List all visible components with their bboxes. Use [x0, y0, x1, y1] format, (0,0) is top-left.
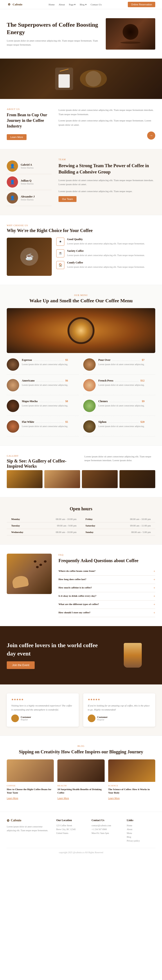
member-name-3: Alexander J: [21, 195, 35, 198]
testimonial-card-1: ★★★★★ Visiting here is a highly recommen…: [7, 694, 79, 727]
testimonials-section: ★★★★★ Visiting here is a highly recommen…: [0, 684, 162, 736]
pour-over-thumb: [83, 358, 96, 371]
footer-link-5[interactable]: Privacy policy: [127, 840, 155, 842]
faq-toggle-5[interactable]: +: [154, 603, 155, 606]
nav-home[interactable]: Home: [49, 3, 55, 6]
footer-col-heading-location: Our Location: [56, 819, 85, 822]
why-image: ☕: [7, 238, 52, 276]
testimonial-text-2: If you're looking for an amazing cup of …: [88, 703, 151, 712]
reservation-button[interactable]: Online Reservation: [128, 2, 155, 7]
gallery-heading: Sip & See: A Gallery of Coffee-Inspired …: [7, 458, 78, 469]
team-member-1: 👤 Gabriel A Senior Barista: [7, 158, 52, 174]
faq-item-6: How should I store my coffee? +: [58, 609, 155, 617]
blog-image-3: [108, 759, 155, 782]
footer-link-3[interactable]: Menu: [127, 832, 155, 834]
feature-title-1: Good Quality: [67, 238, 145, 241]
cta-text: Join coffee lovers in the world coffee d…: [7, 641, 104, 669]
espresso-thumb: [7, 358, 19, 371]
gallery-label: Gallery: [7, 455, 78, 457]
member-role-2: Senior Barista: [21, 183, 34, 185]
hours-section: Open hours Monday 08:00 am - 10:00 pm Fr…: [0, 497, 162, 544]
flat-white-info: Flat White $5 Lorem ipsum dolor sit amet…: [22, 420, 68, 428]
faq-heading: Frequently Asked Questions about Coffee: [58, 557, 155, 564]
hours-time-friday: 08:00 am - 10:00 pm: [130, 518, 151, 520]
why-section: Why Choose Us Why We're the Right Choice…: [0, 215, 162, 285]
footer-link-4[interactable]: Blog: [127, 836, 155, 838]
nav-page[interactable]: Page ▾: [69, 3, 75, 6]
menu-section: Our Menu Wake Up and Smell the Coffee Ou…: [0, 285, 162, 445]
americano-thumb: [7, 379, 19, 391]
footer-logo: ✿ Cafenio: [7, 819, 50, 822]
siphon-name: Siphon: [98, 420, 106, 424]
why-features: ★ Good Quality Lorem ipsum dolor sit ame…: [56, 238, 155, 276]
hours-time-wednesday: 08:00 am - 10:00 pm: [56, 531, 77, 533]
about-heading: From Bean to Cup Our Journey in the Coff…: [7, 112, 52, 129]
faq-toggle-3[interactable]: +: [154, 586, 155, 590]
hero-section: The Superpowers of Coffee Boosting Energ…: [0, 9, 162, 59]
chemex-dots: [109, 400, 140, 402]
blog-learn-more-1[interactable]: Learn More: [7, 797, 18, 800]
blog-learn-more-2[interactable]: Learn More: [58, 797, 69, 800]
member-role: Senior Barista: [21, 167, 34, 169]
espresso-dots: [34, 359, 63, 361]
blog-card-1: Coffee How to Choose the Right Coffee Be…: [7, 759, 54, 803]
footer-col-links: Links Home About Menu Blog Privacy polic…: [127, 819, 155, 843]
faq-question-4: Is it okay to drink coffee every day?: [58, 595, 151, 597]
footer-col-heading-contact: Contact Us: [91, 819, 120, 822]
footer-contact-1[interactable]: contact@cafenio.com: [91, 824, 120, 827]
footer-location-3[interactable]: United States: [56, 832, 85, 834]
team-button[interactable]: Our Team: [58, 196, 77, 202]
mapu-mocha-info: Mapu-Mocha $8 Lorem ipsum dolor sit amet…: [22, 400, 68, 407]
espresso-info: Espresso $5 Lorem ipsum dolor sit amet c…: [22, 358, 68, 366]
testimonial-author-info-1: Customer Regular: [21, 716, 31, 721]
mapu-mocha-price: $8: [65, 400, 68, 403]
blog-learn-more-3[interactable]: Learn More: [108, 797, 120, 800]
nav-about[interactable]: About: [59, 3, 65, 6]
nav-blog[interactable]: Blog ▾: [80, 3, 87, 6]
faq-toggle-4[interactable]: +: [154, 595, 155, 598]
blog-image-2: [58, 759, 104, 782]
about-arrow-button[interactable]: →: [147, 132, 155, 140]
footer-link-1[interactable]: Home: [127, 824, 155, 827]
feature-title-3: Comfy Coffee: [67, 261, 145, 264]
footer-contact-2[interactable]: +1 234 567 8900: [91, 828, 120, 830]
cta-button[interactable]: Join the Event: [7, 661, 35, 669]
footer-link-2[interactable]: About: [127, 828, 155, 830]
member-role-3: Senior Barista: [21, 198, 35, 201]
cta-banner: Join coffee lovers in the world coffee d…: [0, 626, 162, 684]
feature-1: ★ Good Quality Lorem ipsum dolor sit ame…: [56, 238, 155, 246]
nav-logo[interactable]: ✿ Cafenio: [7, 2, 22, 7]
nav-contact[interactable]: Contact Us: [91, 3, 102, 6]
menu-grid: Espresso $5 Lorem ipsum dolor sit amet c…: [7, 358, 155, 436]
about-right: Lorem ipsum dolor sit amet consectetur a…: [58, 108, 155, 140]
good-quality-icon: ★: [56, 238, 64, 246]
hours-day-tuesday: Tuesday: [11, 524, 20, 527]
hours-day-sunday: Sunday: [85, 531, 93, 533]
footer-location-2[interactable]: Brew City, BC 12345: [56, 828, 85, 830]
footer-brand-desc: Lorem ipsum dolor sit amet consectetur a…: [7, 825, 50, 832]
blog-image-1: [7, 759, 54, 782]
latte-art: [67, 317, 95, 344]
faq-content: FAQ Frequently Asked Questions about Cof…: [58, 554, 155, 617]
about-learn-more-button[interactable]: Learn More: [7, 134, 27, 140]
faq-toggle-6[interactable]: +: [154, 611, 155, 615]
menu-heading: Wake Up and Smell the Coffee Our Coffee …: [7, 298, 155, 304]
french-press-dots: [115, 379, 139, 382]
footer: ✿ Cafenio Lorem ipsum dolor sit amet con…: [0, 812, 162, 861]
french-press-info: French Press $12 Lorem ipsum dolor sit a…: [98, 379, 144, 387]
mapu-mocha-thumb: [7, 400, 19, 412]
espresso-desc: Lorem ipsum dolor sit amet consectetur a…: [22, 363, 68, 366]
hero-text: The Superpowers of Coffee Boosting Energ…: [7, 21, 99, 47]
faq-section: FAQ Frequently Asked Questions about Cof…: [0, 545, 162, 626]
hours-grid: Monday 08:00 am - 10:00 pm Friday 08:00 …: [7, 516, 155, 535]
coffee-glass: [124, 643, 142, 668]
feature-2: ☕ Variety Coffee Lorem ipsum dolor sit a…: [56, 249, 155, 258]
french-press-desc: Lorem ipsum dolor sit amet consectetur a…: [98, 383, 144, 387]
footer-contact-3[interactable]: Mon-Fri: 9am-5pm: [91, 832, 120, 834]
blog-title-1: How to Choose the Right Coffee Beans for…: [7, 788, 54, 795]
espresso-name: Espresso: [22, 358, 32, 362]
pour-over-info: Pour Over $7 Lorem ipsum dolor sit amet …: [98, 358, 144, 366]
faq-toggle-2[interactable]: +: [154, 578, 155, 581]
footer-location-1[interactable]: 123 Coffee Street: [56, 824, 85, 827]
faq-toggle-1[interactable]: +: [154, 570, 155, 573]
